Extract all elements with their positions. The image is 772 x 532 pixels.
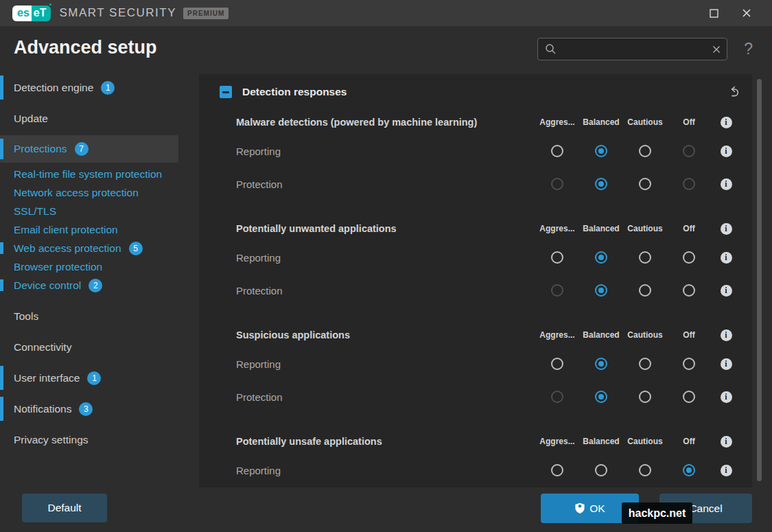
radio-off-selected[interactable] [683, 464, 695, 476]
info-icon[interactable]: i [721, 117, 732, 128]
radio-aggres-disabled [551, 284, 563, 297]
column-header-off: Off [667, 437, 711, 446]
group-header: Potentially unsafe applicationsAggres...… [214, 429, 741, 454]
radio-off-enabled[interactable] [683, 391, 695, 403]
setting-group-malware-detections-powered-by-machine-learning: Malware detections (powered by machine l… [214, 110, 741, 200]
radio-cautious-enabled[interactable] [639, 284, 651, 297]
info-icon[interactable]: i [721, 329, 732, 341]
radio-cautious-enabled[interactable] [639, 464, 651, 476]
radio-aggres-enabled[interactable] [551, 464, 563, 476]
info-icon[interactable]: i [721, 358, 732, 370]
setting-row-reporting: Reportingi [214, 241, 741, 274]
help-icon[interactable]: ? [744, 40, 753, 58]
radio-off-enabled[interactable] [683, 251, 695, 264]
info-icon[interactable]: i [721, 285, 732, 297]
sidebar-item-privacy-settings[interactable]: Privacy settings [0, 424, 178, 455]
eset-logo-right: eT [32, 5, 51, 21]
search-box[interactable] [537, 38, 727, 60]
sidebar-item-label: Real-time file system protection [14, 167, 162, 181]
column-header-off: Off [667, 224, 711, 233]
radio-aggres-enabled[interactable] [551, 358, 563, 370]
row-label: Reporting [236, 252, 535, 264]
row-label: Protection [236, 391, 535, 403]
column-header-off: Off [667, 330, 711, 340]
sidebar-item-label: SSL/TLS [14, 204, 56, 218]
sidebar-item-detection-engine[interactable]: Detection engine1 [0, 72, 178, 103]
close-icon[interactable] [740, 7, 753, 19]
search-clear-icon[interactable] [712, 45, 721, 54]
sidebar-item-label: Tools [14, 310, 38, 323]
radio-balanced-selected[interactable] [595, 145, 607, 157]
info-icon[interactable]: i [721, 146, 732, 157]
search-input[interactable] [561, 44, 712, 55]
accent-bar [0, 139, 3, 159]
column-header-off: Off [667, 117, 711, 127]
count-badge: 1 [87, 371, 101, 385]
sidebar: Detection engine1UpdateProtections7Real-… [0, 72, 178, 455]
group-title: Suspicious applications [236, 329, 535, 340]
sidebar-item-browser-protection[interactable]: Browser protection [0, 257, 178, 276]
vertical-scrollbar[interactable] [757, 79, 762, 481]
groups: Malware detections (powered by machine l… [214, 110, 741, 487]
sidebar-item-notifications[interactable]: Notifications3 [0, 393, 178, 424]
radio-balanced-selected[interactable] [595, 358, 607, 370]
default-button[interactable]: Default [22, 494, 107, 522]
sidebar-item-ssl-tls[interactable]: SSL/TLS [0, 202, 178, 220]
radio-cautious-enabled[interactable] [639, 178, 651, 190]
count-badge: 7 [75, 142, 89, 156]
sidebar-item-network-access-protection[interactable]: Network access protection [0, 183, 178, 202]
count-badge: 2 [89, 279, 102, 292]
radio-balanced-selected[interactable] [595, 178, 607, 190]
column-header-aggres: Aggres... [535, 117, 579, 127]
sidebar-item-label: Update [14, 113, 48, 125]
column-header-cautious: Cautious [623, 437, 667, 446]
maximize-icon[interactable] [707, 7, 720, 19]
info-icon[interactable]: i [721, 178, 732, 190]
setting-row-reporting: Reportingi [214, 347, 741, 380]
sidebar-item-connectivity[interactable]: Connectivity [0, 332, 178, 362]
sidebar-item-label: Web access protection [14, 241, 121, 255]
revert-to-default-icon[interactable] [725, 84, 741, 100]
radio-cautious-enabled[interactable] [639, 145, 651, 157]
accent-bar [0, 242, 3, 254]
sidebar-item-tools[interactable]: Tools [0, 301, 178, 332]
sidebar-item-email-client-protection[interactable]: Email client protection [0, 220, 178, 239]
accent-bar [0, 76, 3, 100]
info-icon[interactable]: i [721, 465, 732, 476]
sidebar-item-protections[interactable]: Protections7 [0, 135, 178, 163]
radio-off-enabled[interactable] [683, 358, 695, 370]
radio-balanced-enabled[interactable] [595, 464, 607, 476]
radio-cautious-enabled[interactable] [639, 391, 651, 403]
sidebar-item-update[interactable]: Update [0, 103, 178, 134]
radio-off-enabled[interactable] [683, 284, 695, 297]
info-icon[interactable]: i [721, 223, 732, 235]
radio-aggres-enabled[interactable] [551, 251, 563, 264]
radio-aggres-disabled [551, 391, 563, 403]
column-header-cautious: Cautious [623, 330, 667, 340]
sidebar-item-device-control[interactable]: Device control2 [0, 276, 178, 294]
radio-cautious-enabled[interactable] [639, 358, 651, 370]
radio-balanced-selected[interactable] [595, 284, 607, 297]
sidebar-item-label: Detection engine [14, 82, 93, 94]
info-icon[interactable]: i [721, 436, 732, 448]
column-header-balanced: Balanced [579, 117, 623, 127]
column-header-aggres: Aggres... [535, 330, 579, 340]
collapse-icon[interactable] [220, 86, 232, 98]
setting-row-protection: Protectioni [214, 167, 741, 200]
accent-bar [0, 366, 3, 390]
group-title: Potentially unsafe applications [236, 436, 535, 447]
radio-cautious-enabled[interactable] [639, 251, 651, 264]
radio-aggres-enabled[interactable] [551, 145, 563, 157]
info-icon[interactable]: i [721, 252, 732, 264]
radio-balanced-selected[interactable] [595, 251, 607, 264]
watermark: hackpc.net [622, 502, 692, 524]
radio-balanced-selected[interactable] [595, 391, 607, 403]
sidebar-item-user-interface[interactable]: User interface1 [0, 362, 178, 393]
sidebar-item-web-access-protection[interactable]: Web access protection5 [0, 239, 178, 257]
column-header-balanced: Balanced [579, 330, 623, 340]
sidebar-item-real-time-file-system-protection[interactable]: Real-time file system protection [0, 165, 178, 183]
info-icon[interactable]: i [721, 391, 732, 403]
sidebar-item-label: Email client protection [14, 222, 118, 237]
search-icon [545, 43, 557, 55]
accent-bar [0, 279, 3, 291]
